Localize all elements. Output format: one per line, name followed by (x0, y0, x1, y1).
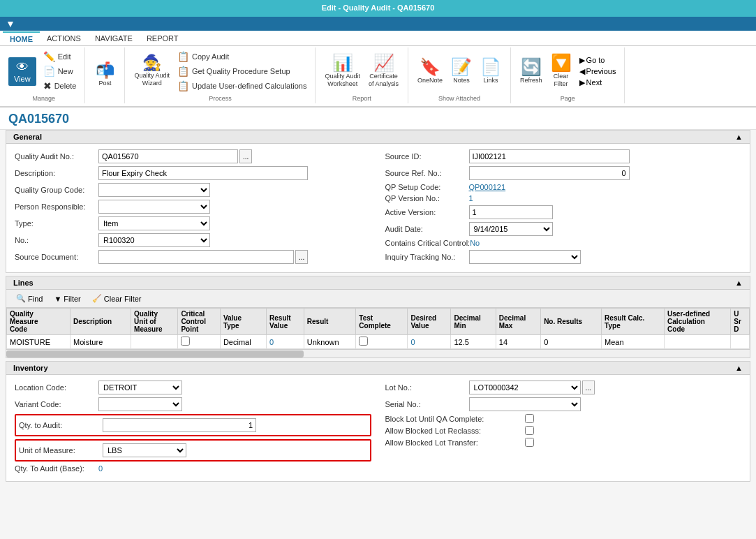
source-document-ellipsis[interactable]: ... (295, 250, 308, 264)
manage-group: 👁 View ✏️ Edit 📄 New ✖ Delete Manage (3, 47, 85, 103)
block-lot-check[interactable] (525, 414, 534, 423)
source-document-input[interactable] (98, 250, 294, 264)
inquiry-tracking-row: Inquiry Tracking No.: (385, 250, 742, 264)
previous-button[interactable]: ◀ Previous (577, 66, 619, 77)
filter-button[interactable]: ▼ Filter (50, 293, 84, 304)
wizard-group: 🧙 Quality Audit Wizard 📋 Copy Audit 📋 Ge… (125, 47, 316, 103)
onenote-button[interactable]: 🔖 OneNote (414, 57, 446, 87)
type-select[interactable]: Item (98, 216, 210, 230)
col-value-type: ValueType (220, 309, 266, 335)
person-responsible-select[interactable] (98, 200, 210, 214)
critical-control-check[interactable] (181, 337, 190, 346)
get-quality-procedure-button[interactable]: 📋 Get Quality Procedure Setup (175, 64, 309, 78)
cell-result-value: 0 (267, 335, 304, 349)
serial-no-select[interactable] (469, 397, 581, 411)
clear-filter-button[interactable]: 🔽 Clear Filter (547, 52, 575, 90)
general-collapse-icon: ▲ (735, 133, 743, 141)
analysis-button[interactable]: 📈 Certificate of Analysis (365, 52, 402, 90)
col-usr-sr-d: USrD (731, 309, 750, 335)
col-description: Description (71, 309, 131, 335)
lot-no-select[interactable]: LOT0000342 (469, 381, 581, 394)
inventory-grid: Location Code: DETROIT Variant Code: (15, 381, 741, 475)
general-section-header[interactable]: General ▲ (6, 131, 750, 144)
edit-button[interactable]: ✏️ Edit (40, 50, 80, 64)
tab-report[interactable]: REPORT (140, 32, 186, 45)
wizard-button[interactable]: 🧙 Quality Audit Wizard (131, 53, 173, 89)
location-code-select[interactable]: DETROIT (98, 381, 182, 394)
update-calculations-button[interactable]: 📋 Update User-defined Calculations (175, 79, 309, 93)
inventory-right: Lot No.: LOT0000342 ... Serial No.: (385, 381, 742, 475)
post-button[interactable]: 📬 Post (91, 61, 119, 89)
allow-blocked-transfer-check[interactable] (525, 438, 534, 447)
active-version-input[interactable] (469, 205, 553, 219)
tab-home[interactable]: HOME (3, 31, 40, 45)
col-quality-uom: QualityUnit ofMeasure (131, 309, 178, 335)
prev-arrow: ◀ (579, 67, 585, 76)
source-id-row: Source ID: (385, 149, 742, 163)
record-title-bar: QA015670 (0, 108, 756, 130)
page-content-inner: General ▲ Quality Audit No.: ... Descrip… (0, 130, 756, 490)
inquiry-tracking-select[interactable] (469, 250, 581, 264)
copy-audit-button[interactable]: 📋 Copy Audit (175, 50, 309, 64)
cell-no-results: 0 (541, 335, 602, 349)
quality-audit-no-input[interactable] (98, 149, 238, 163)
goto-button[interactable]: ▶ Go to (577, 55, 619, 66)
quality-group-code-select[interactable] (98, 183, 210, 197)
audit-date-select[interactable]: 9/14/2015 (469, 222, 553, 236)
clear-filter-icon: 🔽 (551, 54, 572, 71)
qty-to-audit-input[interactable] (103, 418, 256, 432)
notes-button[interactable]: 📝 Notes (447, 57, 475, 87)
nav-group: ▶ Go to ◀ Previous ▶ Next (577, 55, 619, 88)
lines-collapse-icon: ▲ (735, 279, 743, 287)
qp-setup-code-link[interactable]: QP000121 (469, 183, 506, 191)
unit-of-measure-label: Unit of Measure: (19, 446, 103, 455)
active-version-row: Active Version: (385, 205, 742, 219)
refresh-button[interactable]: 🔄 Refresh (517, 57, 546, 87)
procedure-icon: 📋 (177, 66, 189, 77)
quality-audit-no-label: Quality Audit No.: (15, 152, 98, 161)
tab-actions[interactable]: ACTIONS (40, 32, 88, 45)
source-ref-no-input[interactable] (469, 166, 630, 180)
cell-decimal-max: 14 (496, 335, 540, 349)
view-button[interactable]: 👁 View (8, 57, 36, 86)
quality-audit-no-ellipsis[interactable]: ... (239, 149, 252, 163)
report-buttons: 📊 Quality Audit Worksheet 📈 Certificate … (321, 49, 402, 94)
calc-icon: 📋 (177, 80, 189, 91)
lines-section: Lines ▲ 🔍 Find ▼ Filter 🧹 Clear Filter (6, 276, 750, 358)
worksheet-button[interactable]: 📊 Quality Audit Worksheet (321, 52, 364, 90)
unit-of-measure-select[interactable]: LBS (103, 443, 186, 457)
lines-table-container: QualityMeasureCode Description QualityUn… (6, 308, 750, 349)
clear-filter-lines-button[interactable]: 🧹 Clear Filter (88, 293, 146, 304)
no-label: No.: (15, 236, 98, 244)
test-complete-check[interactable] (359, 337, 368, 346)
col-desired-value: DesiredValue (408, 309, 451, 335)
manage-label: Manage (8, 94, 79, 102)
variant-code-select[interactable] (98, 397, 182, 411)
new-button[interactable]: 📄 New (40, 64, 80, 78)
allow-blocked-reclassify-check[interactable] (525, 426, 534, 435)
links-button[interactable]: 📄 Links (477, 57, 505, 87)
menu-bar: HOME ACTIONS NAVIGATE REPORT (0, 31, 756, 46)
inventory-section-header[interactable]: Inventory ▲ (6, 362, 750, 375)
col-no-results: No. Results (541, 309, 602, 335)
description-label: Description: (15, 169, 98, 177)
person-responsible-row: Person Responsible: (15, 200, 371, 214)
allow-blocked-transfer-label: Allow Blocked Lot Transfer: (385, 438, 525, 447)
onenote-icon: 🔖 (420, 59, 440, 75)
next-button[interactable]: ▶ Next (577, 77, 619, 88)
lot-no-ellipsis[interactable]: ... (582, 381, 595, 394)
notes-label: Notes (453, 77, 470, 84)
tab-navigate[interactable]: NAVIGATE (88, 32, 140, 45)
description-input[interactable] (98, 166, 308, 180)
source-id-input[interactable] (469, 149, 630, 163)
filter-icon: ▼ (54, 295, 61, 303)
cell-decimal-min: 12.5 (451, 335, 496, 349)
next-label: Next (586, 78, 602, 87)
no-select[interactable]: R100320 (98, 233, 210, 247)
serial-no-row: Serial No.: (385, 397, 742, 411)
lines-section-header[interactable]: Lines ▲ (6, 276, 750, 290)
find-button[interactable]: 🔍 Find (12, 293, 47, 304)
delete-button[interactable]: ✖ Delete (40, 79, 80, 93)
links-icon: 📄 (480, 59, 501, 75)
horizontal-scrollbar[interactable] (6, 349, 750, 357)
